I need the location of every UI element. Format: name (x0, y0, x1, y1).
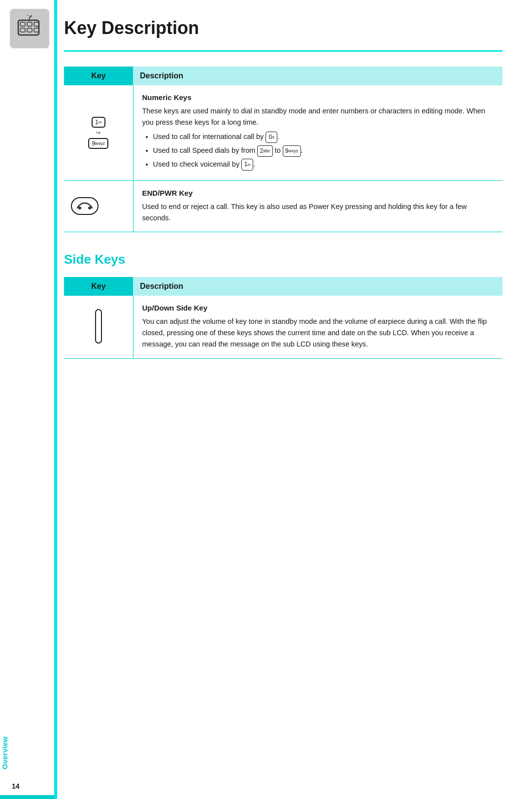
left-accent-bar (54, 0, 57, 799)
side-key-subtitle: Up/Down Side Key (142, 304, 494, 312)
bottom-accent-bar (0, 795, 54, 799)
end-key-desc-cell: END/PWR Key Used to end or reject a call… (133, 180, 502, 232)
side-table-header-description: Description (133, 277, 502, 296)
key-2-inline: 2abc (257, 145, 272, 157)
key-1-inline: 1∞ (241, 159, 253, 170)
key-9-inline: 9wxyz (283, 145, 301, 157)
numeric-key-desc-cell: Numeric Keys These keys are used mainly … (133, 85, 502, 180)
numeric-keys-bullets: Used to call for international call by 0… (142, 131, 494, 170)
key-1-icon: 1∞ (92, 117, 105, 128)
main-content: Key Description 1∞ ↪ 9wxyz Numeric Keys … (64, 67, 502, 359)
table-row: END/PWR Key Used to end or reject a call… (64, 180, 502, 232)
end-key-icon (71, 197, 99, 215)
page-number: 14 (10, 782, 22, 790)
side-key-body: You can adjust the volume of key tone in… (142, 317, 487, 348)
page-title: Key Description (64, 18, 199, 38)
key-0-inline: 0± (266, 132, 277, 143)
end-key-subtitle: END/PWR Key (142, 189, 494, 197)
numeric-key-cell: 1∞ ↪ 9wxyz (64, 85, 133, 180)
side-key-desc-cell: Up/Down Side Key You can adjust the volu… (133, 296, 502, 358)
table-row: 1∞ ↪ 9wxyz Numeric Keys These keys are u… (64, 85, 502, 180)
side-key-cell (64, 296, 133, 358)
numeric-keys-body: These keys are used mainly to dial in st… (142, 107, 485, 126)
svg-point-9 (88, 207, 91, 209)
end-key-cell (64, 180, 133, 232)
svg-rect-1 (20, 22, 25, 26)
table-header-description: Description (133, 67, 502, 85)
page-header: ? Key Description (10, 0, 532, 48)
svg-rect-2 (27, 22, 32, 26)
svg-point-8 (78, 207, 81, 209)
side-table-header-key: Key (64, 277, 133, 296)
key-9-icon: 9wxyz (88, 138, 108, 149)
bullet-item: Used to call for international call by 0… (153, 131, 494, 143)
numeric-key-icons: 1∞ ↪ 9wxyz (71, 117, 126, 149)
svg-rect-5 (27, 28, 32, 32)
title-underline (64, 50, 502, 52)
table-header-key: Key (64, 67, 133, 85)
table-row: Up/Down Side Key You can adjust the volu… (64, 296, 502, 358)
key-description-table: Key Description 1∞ ↪ 9wxyz Numeric Keys … (64, 67, 502, 232)
bullet-item: Used to check voicemail by 1∞. (153, 159, 494, 171)
overview-label: Overview (0, 736, 9, 769)
svg-text:?: ? (27, 15, 33, 22)
side-key-icon (95, 309, 102, 344)
end-key-body: Used to end or reject a call. This key i… (142, 203, 467, 222)
bullet-item: Used to call Speed dials by from 2abc to… (153, 145, 494, 157)
svg-rect-6 (34, 28, 39, 32)
numeric-keys-subtitle: Numeric Keys (142, 93, 494, 102)
svg-rect-3 (34, 22, 39, 26)
side-keys-heading: Side Keys (64, 252, 502, 267)
svg-rect-4 (20, 28, 25, 32)
side-keys-table: Key Description Up/Down Side Key You can… (64, 277, 502, 359)
header-icon: ? (10, 9, 49, 48)
